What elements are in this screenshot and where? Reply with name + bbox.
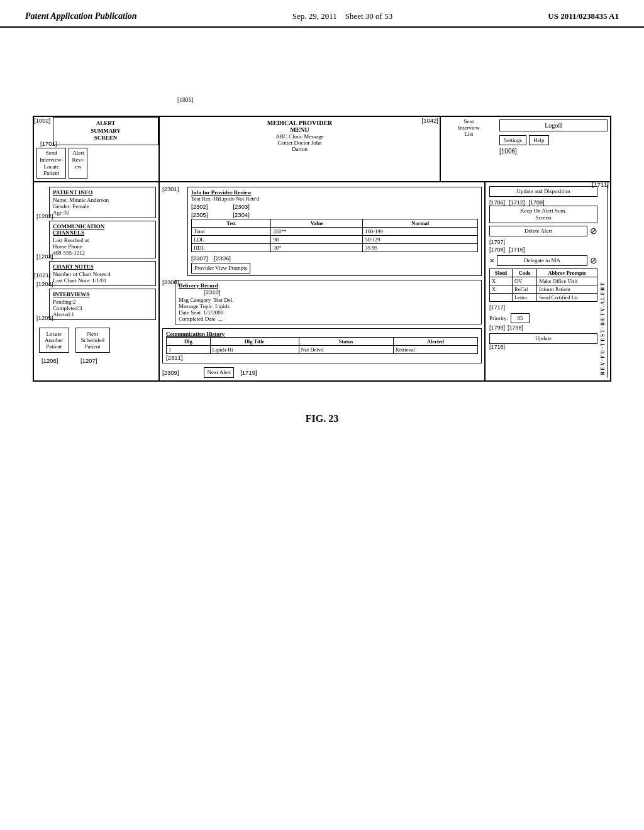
ref-2306: [2306] xyxy=(214,255,230,262)
patient-info-box: PATIENT INFO Name: Minnie Anderson Gende… xyxy=(49,187,156,218)
provider-review-box: Info for Provider Review Test Res.-HiLip… xyxy=(187,187,482,276)
ref-2302: [2302] xyxy=(191,203,208,210)
interviews-box: INTERVIEWS Pending:2 Completed:3 Alerted… xyxy=(49,289,156,320)
patient-name: Name: Minnie Anderson xyxy=(53,197,152,203)
completed-val: ... xyxy=(218,316,223,322)
keep-on-alert-button[interactable]: Keep On Alert Sum. Screen xyxy=(489,206,597,223)
content-row: [1021] [1202] PATIENT INFO Name: Minnie … xyxy=(34,182,610,380)
col-normal: Normal xyxy=(363,219,478,228)
right-top-menu: Logoff Settings Help [1006] xyxy=(497,117,610,181)
msg-category-val: Test Del. xyxy=(213,297,233,303)
completed: Completed:3 xyxy=(53,305,152,311)
comm-history-title: Communication History xyxy=(166,331,478,337)
menu-bar: [1002] ALERT SUMMARY SCREEN [1701] Send … xyxy=(34,117,610,182)
col-test: Test xyxy=(192,219,271,228)
priority-label: Priority: xyxy=(489,315,508,321)
completed-date-label: Completed Date xyxy=(179,316,216,322)
delegate-icon: ⊘ xyxy=(590,255,597,266)
ref-1712: [1712] xyxy=(509,199,525,206)
ref-1707: [1707] xyxy=(489,239,597,245)
prompt-row: X OV Make Office Visit xyxy=(490,277,597,285)
page-header: Patent Application Publication Sep. 29, … xyxy=(0,0,644,28)
phone: 408-555-1212 xyxy=(53,250,152,256)
fig-caption: FIG. 23 xyxy=(25,413,619,424)
update-button[interactable]: Update xyxy=(489,333,597,344)
ref-2311: [2311] xyxy=(166,354,182,361)
ref-1717: [1717] xyxy=(489,304,505,311)
patient-bottom-row: [1206] [1207] Locate Another Patient Nex… xyxy=(36,325,156,355)
vertical-alert-text: REV-FU-TEST-RETV.ALERT xyxy=(599,185,608,378)
priority-value[interactable]: 85 xyxy=(511,313,530,324)
settings-help: Settings Help xyxy=(499,135,608,145)
header-left: Patent Application Publication xyxy=(25,11,137,21)
prompt-row: X ReCal Inform Patient xyxy=(490,285,597,293)
test-result: Test Res.-HiLipids-Not Retr'd xyxy=(191,196,478,202)
ref-1701: [1701] xyxy=(40,140,57,147)
table-row: LDL 90 50-129 xyxy=(192,236,478,244)
ref-1798: [1798] xyxy=(508,324,523,331)
alert-review-button[interactable]: Alert Revi- ew xyxy=(69,148,87,179)
delete-alert-button[interactable]: Delete Alert xyxy=(489,226,587,236)
chart-count: Number of Chart Notes:4 xyxy=(53,271,152,277)
right-sidebar: Update and Disposition [1706] [1712] [17… xyxy=(484,182,610,380)
prompt-row: Letter Send Certified Ltr xyxy=(490,293,597,301)
chart-notes-box: CHART NOTES Number of Chart Notes:4 Last… xyxy=(49,261,156,286)
settings-button[interactable]: Settings xyxy=(499,135,526,145)
ref-1718: [1718] xyxy=(489,344,505,350)
locate-patient-button[interactable]: Locate Another Patient xyxy=(39,328,69,353)
update-disposition-button[interactable]: Update and Disposition xyxy=(489,186,597,197)
delivery-record-box: Delivery Record [2310] Msg Category Test… xyxy=(175,280,482,324)
interviews-title: INTERVIEWS xyxy=(53,291,152,297)
x-icon: ✕ xyxy=(489,257,494,264)
ref-2304: [2304] xyxy=(233,211,249,218)
ref-1001: [1001] xyxy=(177,97,193,103)
header-center: Sep. 29, 2011 Sheet 30 of 53 xyxy=(292,11,393,21)
main-content: 2300 [1001] [1002] ALERT SUMMARY SCREEN xyxy=(0,28,644,437)
ref-2309: [2309] xyxy=(162,369,179,376)
ref-2301: [2301] xyxy=(162,185,179,192)
sent-area: Sent Interview List xyxy=(440,117,497,181)
left-alert-panel: [1002] ALERT SUMMARY SCREEN [1701] Send … xyxy=(34,117,160,181)
delegate-ma-button[interactable]: Delegate to MA xyxy=(497,255,587,266)
last-chart: Last Chart Note: 1/1/01 xyxy=(53,277,152,284)
comm-history-box: Communication History Dlg Dlg Title Stat… xyxy=(162,328,482,363)
ref-2310: [2310] xyxy=(204,289,220,296)
comm-channels-box: COMMUNICATION CHANNELS Last Reached at H… xyxy=(49,221,156,258)
pending: Pending:2 xyxy=(53,299,152,305)
next-patient-button[interactable]: Next Scheduled Patient xyxy=(75,328,111,353)
date-sent-label: Date Sent xyxy=(179,309,201,316)
prompt-table: Slotd Code Abbrev Prompts X OV Make Offi… xyxy=(489,268,597,302)
ref-1207: [1207] xyxy=(80,357,97,364)
header-right: US 2011/0238435 A1 xyxy=(548,11,619,21)
ref-1716: [1716] xyxy=(509,246,525,253)
message-topic-val: Lipids xyxy=(215,303,230,309)
comm-title: COMMUNICATION CHANNELS xyxy=(53,223,152,236)
menu-title: MEDICAL PROVIDER MENU xyxy=(162,119,437,133)
ref-1706: [1706] xyxy=(489,199,505,206)
outer-box: [1002] ALERT SUMMARY SCREEN [1701] Send … xyxy=(33,116,611,382)
provider-prompts-button[interactable]: Provider View Prompts xyxy=(191,263,250,274)
delivery-title: Delivery Record xyxy=(179,282,478,289)
table-row: HDL 30* 35-95 xyxy=(192,244,478,252)
ref-1002: [1002] xyxy=(34,117,50,124)
col-value: Value xyxy=(271,219,363,228)
next-alert-button[interactable]: Next Alert xyxy=(204,367,234,378)
logoff-button[interactable]: Logoff xyxy=(499,119,608,131)
patient-age: Age:32 xyxy=(53,209,152,216)
patient-gender: Gender: Female xyxy=(53,203,152,209)
ref-1006: [1006] xyxy=(497,147,610,156)
ref-1042: [1042] xyxy=(422,117,438,124)
ref-1206: [1206] xyxy=(42,357,58,364)
lipids-table: Test Value Normal Total 350** 100-199 xyxy=(191,219,478,252)
comm-table-row: 1 Lipids-Hi Not Delvd Retrieval xyxy=(167,346,478,354)
send-button[interactable]: Send Interview- Locate Patient xyxy=(36,148,66,179)
ref-2303: [2303] xyxy=(233,203,249,210)
info-title: Info for Provider Review xyxy=(191,189,478,196)
ref-2305: [2305] xyxy=(191,211,208,218)
help-button[interactable]: Help xyxy=(529,135,549,145)
center-menu: [1042] MEDICAL PROVIDER MENU ABC Clinic … xyxy=(160,117,440,181)
top-buttons: [1701] Send Interview- Locate Patient Al… xyxy=(34,145,158,181)
last-reached: Last Reached at Home Phone xyxy=(53,237,152,250)
fig-number: FIG. 23 xyxy=(25,413,619,424)
center-content: [2301] Info for Provider Review Test Res… xyxy=(160,182,484,380)
